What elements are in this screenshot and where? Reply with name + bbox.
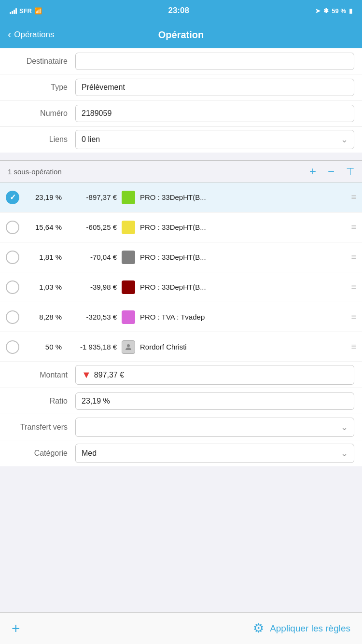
subop-row[interactable]: 1,03 %-39,98 €PRO : 33DepHT(B...≡	[0, 272, 362, 302]
location-icon: ➤	[315, 7, 320, 14]
destinataire-label: Destinataire	[8, 57, 75, 66]
subop-percent: 15,64 %	[23, 223, 62, 231]
nav-bar: ‹ Opérations Opération	[0, 21, 362, 48]
battery-percent: 59 %	[332, 7, 346, 14]
liens-chevron-icon: ⌄	[341, 134, 348, 145]
add-button[interactable]: +	[12, 621, 20, 636]
ratio-label: Ratio	[8, 397, 75, 406]
gear-icon: ⚙	[253, 621, 264, 636]
subop-name: PRO : 33DepHT(B...	[140, 223, 347, 231]
subop-amount: -70,04 €	[64, 253, 117, 261]
montant-row: Montant ▼ 897,37 €	[0, 362, 362, 388]
checkmark-icon: ✓	[10, 193, 16, 202]
svg-point-0	[127, 344, 130, 347]
subop-amount: -320,53 €	[64, 313, 117, 321]
subop-amount: -605,25 €	[64, 223, 117, 231]
back-chevron-icon: ‹	[8, 28, 11, 41]
subop-amount: -1 935,18 €	[64, 343, 117, 351]
form-section: Destinataire Type Numéro Liens 0 lien ⌄	[0, 48, 362, 153]
drag-handle-icon[interactable]: ≡	[351, 312, 356, 322]
subop-percent: 50 %	[23, 343, 62, 351]
type-row: Type	[0, 74, 362, 100]
subop-color-square	[122, 310, 135, 324]
nav-back-button[interactable]: ‹ Opérations	[8, 28, 70, 41]
subop-row[interactable]: ✓23,19 %-897,37 €PRO : 33DepHT(B...≡	[0, 182, 362, 212]
drag-handle-icon[interactable]: ≡	[351, 342, 356, 352]
amount-down-icon: ▼	[82, 369, 91, 380]
subop-name: PRO : 33DepHT(B...	[140, 253, 347, 261]
subops-title: 1 sous-opération	[8, 168, 309, 176]
categorie-value: Med	[82, 449, 341, 458]
liens-select[interactable]: 0 lien ⌄	[75, 130, 354, 149]
subop-radio[interactable]	[6, 251, 19, 264]
liens-row: Liens 0 lien ⌄	[0, 126, 362, 153]
transfert-select[interactable]: ⌄	[75, 418, 354, 437]
subop-row[interactable]: 1,81 %-70,04 €PRO : 33DepHT(B...≡	[0, 242, 362, 272]
subop-color-square	[122, 251, 135, 264]
apply-rules-button[interactable]: ⚙ Appliquer les règles	[253, 621, 350, 636]
categorie-label: Catégorie	[8, 449, 75, 458]
subop-percent: 8,28 %	[23, 313, 62, 321]
drag-handle-icon[interactable]: ≡	[351, 222, 356, 232]
type-label: Type	[8, 83, 75, 92]
subop-name: Rordorf Christi	[140, 343, 347, 351]
battery-icon: ▮	[349, 7, 352, 14]
status-bar: SFR 📶 23:08 ➤ ✱ 59 % ▮	[0, 0, 362, 21]
montant-input[interactable]: ▼ 897,37 €	[75, 365, 354, 385]
ratio-input[interactable]	[75, 392, 354, 410]
destinataire-row: Destinataire	[0, 48, 362, 74]
subop-row[interactable]: 8,28 %-320,53 €PRO : TVA : Tvadep≡	[0, 302, 362, 332]
carrier-label: SFR	[19, 7, 32, 14]
subop-person-icon	[122, 340, 135, 354]
subop-amount: -39,98 €	[64, 283, 117, 291]
numero-input[interactable]	[75, 105, 354, 122]
numero-label: Numéro	[8, 109, 75, 118]
subops-filter-button[interactable]: ⊤	[346, 166, 354, 177]
status-right: ➤ ✱ 59 % ▮	[315, 7, 352, 14]
subops-remove-button[interactable]: −	[328, 166, 334, 177]
subop-name: PRO : 33DepHT(B...	[140, 193, 347, 201]
type-input[interactable]	[75, 79, 354, 96]
subops-header: 1 sous-opération + − ⊤	[0, 160, 362, 182]
drag-handle-icon[interactable]: ≡	[351, 252, 356, 262]
categorie-row: Catégorie Med ⌄	[0, 440, 362, 466]
subops-add-button[interactable]: +	[309, 166, 316, 177]
status-left: SFR 📶	[10, 7, 42, 14]
subop-radio[interactable]	[6, 340, 19, 354]
liens-value: 0 lien	[82, 135, 341, 144]
subop-row[interactable]: 15,64 %-605,25 €PRO : 33DepHT(B...≡	[0, 212, 362, 242]
nav-title: Opération	[70, 29, 292, 41]
subop-color-square	[122, 221, 135, 234]
montant-label: Montant	[8, 371, 75, 379]
status-time: 23:08	[168, 6, 189, 15]
subop-percent: 1,03 %	[23, 283, 62, 291]
subops-list: ✓23,19 %-897,37 €PRO : 33DepHT(B...≡15,6…	[0, 182, 362, 362]
drag-handle-icon[interactable]: ≡	[351, 192, 356, 202]
subop-color-square	[122, 280, 135, 294]
subop-percent: 1,81 %	[23, 253, 62, 261]
signal-icon	[10, 8, 17, 14]
numero-row: Numéro	[0, 100, 362, 126]
subop-name: PRO : 33DepHT(B...	[140, 283, 347, 291]
section-divider-1	[0, 153, 362, 160]
montant-value: 897,37 €	[94, 371, 124, 379]
drag-handle-icon[interactable]: ≡	[351, 282, 356, 292]
subops-actions: + − ⊤	[309, 166, 354, 177]
bottom-toolbar: + ⚙ Appliquer les règles	[0, 612, 362, 644]
apply-rules-label: Appliquer les règles	[270, 623, 350, 634]
nav-back-label: Opérations	[14, 30, 54, 40]
subop-row[interactable]: 50 %-1 935,18 €Rordorf Christi≡	[0, 332, 362, 362]
subop-radio[interactable]	[6, 221, 19, 234]
subop-percent: 23,19 %	[23, 193, 62, 201]
subop-amount: -897,37 €	[64, 193, 117, 201]
subop-radio[interactable]	[6, 310, 19, 324]
subop-radio[interactable]	[6, 280, 19, 294]
ratio-row: Ratio	[0, 388, 362, 414]
categorie-chevron-icon: ⌄	[341, 448, 348, 459]
destinataire-input[interactable]	[75, 53, 354, 70]
categorie-select[interactable]: Med ⌄	[75, 444, 354, 463]
wifi-icon: 📶	[34, 7, 42, 14]
subop-radio[interactable]: ✓	[6, 191, 19, 204]
bottom-form: Montant ▼ 897,37 € Ratio Transfert vers …	[0, 362, 362, 466]
bottom-spacer	[0, 466, 362, 505]
